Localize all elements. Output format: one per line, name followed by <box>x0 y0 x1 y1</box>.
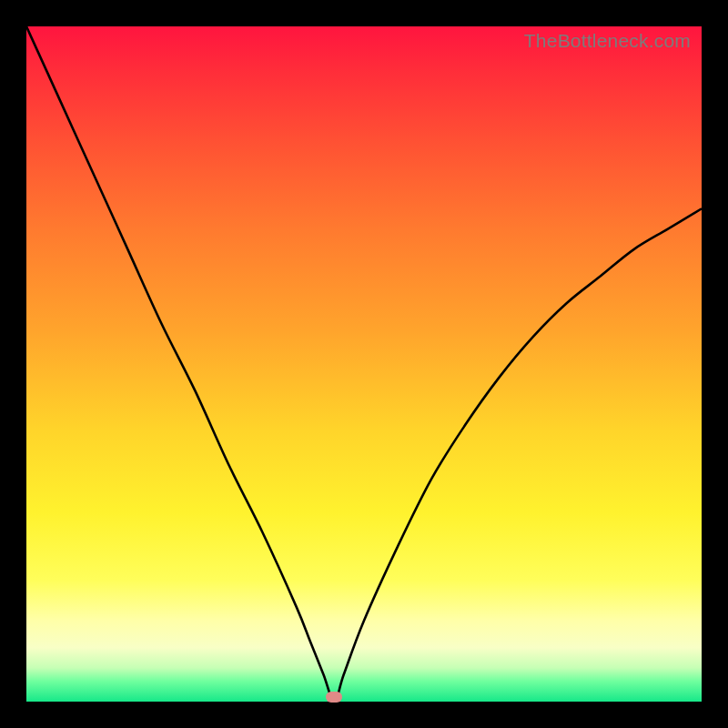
plot-area: TheBottleneck.com <box>26 26 702 702</box>
bottleneck-curve <box>26 26 702 702</box>
minimum-marker <box>326 692 342 703</box>
chart-frame: TheBottleneck.com <box>0 0 728 728</box>
